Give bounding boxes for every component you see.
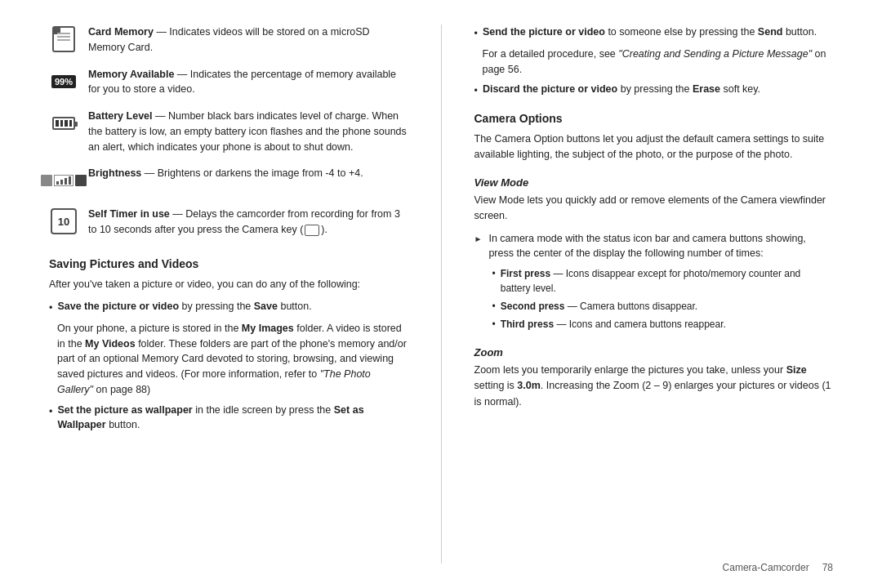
memory-available-dash: — bbox=[177, 69, 190, 80]
erase-label: Erase bbox=[693, 83, 720, 95]
sd-card-icon bbox=[49, 24, 78, 54]
send-btn-label: Send bbox=[758, 26, 783, 38]
arrow-bullet-viewmode: ► In camera mode with the status icon ba… bbox=[474, 231, 834, 262]
battery-level-text: Battery Level — Number black bars indica… bbox=[88, 109, 408, 154]
self-timer-row: 10 Self Timer in use — Delays the camcor… bbox=[49, 207, 408, 238]
picture-message-italic: "Creating and Sending a Picture Message" bbox=[618, 48, 812, 60]
sub-dot-2: • bbox=[492, 299, 496, 314]
arrow-right-icon: ► bbox=[474, 233, 483, 245]
my-videos-label: My Videos bbox=[85, 338, 136, 350]
percent-badge: 99% bbox=[51, 75, 76, 88]
battery-icon bbox=[49, 109, 78, 138]
footer-page: 78 bbox=[822, 562, 833, 573]
camera-options-heading: Camera Options bbox=[474, 112, 834, 125]
saving-section: Saving Pictures and Videos After you've … bbox=[49, 254, 408, 438]
battery-level-dash: — bbox=[155, 110, 168, 122]
column-divider bbox=[441, 24, 442, 564]
page-container: Card Memory — Indicates videos will be s… bbox=[0, 0, 882, 588]
photo-gallery-ref: "The Photo Gallery" bbox=[57, 368, 371, 395]
bullet-save-text: Save the picture or video by pressing th… bbox=[57, 299, 311, 314]
right-column: • Send the picture or video to someone e… bbox=[474, 24, 834, 564]
battery-level-label: Battery Level bbox=[88, 110, 153, 122]
page-footer: Camera-Camcorder 78 bbox=[723, 562, 833, 573]
first-press-text: First press — Icons disappear except for… bbox=[501, 266, 833, 296]
bullet-dot: • bbox=[49, 301, 52, 316]
bullet-send-text: Send the picture or video to someone els… bbox=[483, 24, 817, 40]
bullet-save: • Save the picture or video by pressing … bbox=[49, 299, 408, 316]
zoom-text1: Zoom lets you temporarily enlarge the pi… bbox=[474, 364, 786, 376]
card-memory-text: Card Memory — Indicates videos will be s… bbox=[88, 24, 408, 56]
battery-level-row: Battery Level — Number black bars indica… bbox=[49, 109, 408, 154]
saving-heading: Saving Pictures and Videos bbox=[49, 257, 408, 270]
camera-options-text: The Camera Option buttons let you adjust… bbox=[474, 131, 834, 163]
bullet-wallpaper-text: Set the picture as wallpaper in the idle… bbox=[57, 403, 408, 434]
zoom-bold1: Size bbox=[786, 364, 807, 376]
sub-bullet-second: • Second press — Camera buttons disappea… bbox=[492, 299, 834, 314]
bullet-dot-send: • bbox=[474, 26, 478, 42]
bullet-discard: • Discard the picture or video by pressi… bbox=[474, 82, 834, 99]
wallpaper-label: Set the picture as wallpaper bbox=[57, 404, 192, 416]
sub-bullet-first: • First press — Icons disappear except f… bbox=[492, 266, 834, 296]
zoom-text2: setting is bbox=[474, 380, 518, 391]
picture-message-ref: For a detailed procedure, see "Creating … bbox=[483, 47, 834, 78]
second-press-text: Second press — Camera buttons disappear. bbox=[501, 299, 697, 314]
brightness-text: Brightness — Brightens or darkens the im… bbox=[88, 166, 408, 181]
second-press-label: Second press bbox=[501, 301, 565, 312]
sub-bullet-third: • Third press — Icons and camera buttons… bbox=[492, 317, 834, 332]
memory-available-row: 99% Memory Available — Indicates the per… bbox=[49, 67, 408, 98]
indent-images-text: On your phone, a picture is stored in th… bbox=[57, 321, 408, 398]
sub-dot-3: • bbox=[492, 317, 496, 332]
save-label: Save the picture or video bbox=[57, 301, 179, 312]
memory-available-label: Memory Available bbox=[88, 69, 174, 80]
footer-label: Camera-Camcorder bbox=[723, 562, 809, 573]
saving-intro: After you've taken a picture or video, y… bbox=[49, 277, 408, 292]
brightness-dash: — bbox=[145, 167, 158, 179]
brightness-desc: Brightens or darkens the image from -4 t… bbox=[158, 167, 363, 179]
brightness-label: Brightness bbox=[88, 167, 141, 179]
view-mode-heading: View Mode bbox=[474, 176, 834, 189]
zoom-text: Zoom lets you temporarily enlarge the pi… bbox=[474, 363, 834, 410]
self-timer-dash: — bbox=[172, 208, 185, 220]
zoom-bold2: 3.0m bbox=[517, 380, 541, 391]
camera-key-icon bbox=[305, 225, 319, 236]
left-column: Card Memory — Indicates videos will be s… bbox=[49, 24, 408, 564]
third-press-text: Third press — Icons and camera buttons r… bbox=[501, 317, 726, 332]
zoom-heading: Zoom bbox=[474, 346, 834, 359]
brightness-row: Brightness — Brightens or darkens the im… bbox=[49, 166, 408, 195]
discard-label: Discard the picture or video bbox=[483, 83, 617, 95]
bullet-wallpaper: • Set the picture as wallpaper in the id… bbox=[49, 403, 408, 434]
bullet-dot-discard: • bbox=[474, 83, 478, 99]
memory-percent-icon: 99% bbox=[49, 67, 78, 96]
my-images-label: My Images bbox=[242, 323, 294, 334]
bullet-send: • Send the picture or video to someone e… bbox=[474, 24, 834, 42]
third-press-label: Third press bbox=[501, 318, 554, 330]
first-press-label: First press bbox=[501, 268, 550, 279]
card-memory-label: Card Memory bbox=[88, 26, 154, 38]
memory-available-text: Memory Available — Indicates the percent… bbox=[88, 67, 408, 98]
card-memory-row: Card Memory — Indicates videos will be s… bbox=[49, 24, 408, 56]
view-mode-text: View Mode lets you quickly add or remove… bbox=[474, 193, 834, 225]
bullet-discard-text: Discard the picture or video by pressing… bbox=[483, 82, 760, 97]
save-btn-label: Save bbox=[254, 301, 278, 312]
card-memory-dash: — bbox=[156, 26, 167, 38]
bullet-dot2: • bbox=[49, 404, 52, 420]
self-timer-text: Self Timer in use — Delays the camcorder… bbox=[88, 207, 408, 238]
arrow-bullet-text: In camera mode with the status icon bar … bbox=[488, 231, 833, 262]
timer-icon: 10 bbox=[49, 207, 78, 236]
self-timer-label: Self Timer in use bbox=[88, 208, 170, 220]
sub-dot-1: • bbox=[492, 266, 496, 281]
send-label: Send the picture or video bbox=[483, 26, 605, 38]
brightness-icon bbox=[49, 166, 78, 195]
